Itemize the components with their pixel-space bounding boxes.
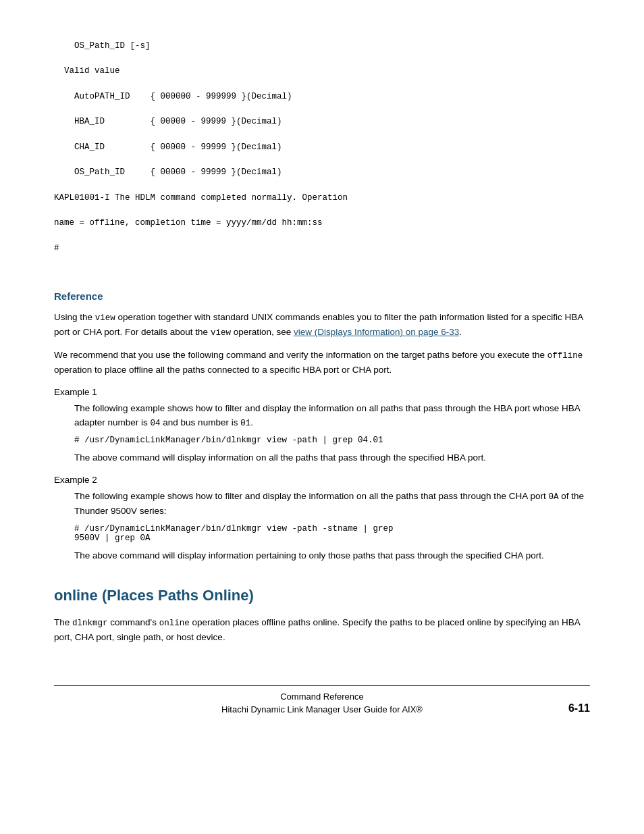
code-line-4: HBA_ID { 00000 - 99999 }(Decimal) [54,117,282,126]
ex1-code1: 04 [151,419,161,428]
example1-code-block: # /usr/DynamicLinkManager/bin/dlnkmgr vi… [74,436,590,445]
footer-bottom-text: Hitachi Dynamic Link Manager User Guide … [95,704,549,714]
footer: Command Reference Hitachi Dynamic Link M… [54,685,590,714]
online-p1-code2: online [159,619,190,628]
example2-content: The following example shows how to filte… [74,489,590,563]
code-line-6: OS_Path_ID { 00000 - 99999 }(Decimal) [54,167,282,177]
page: OS_Path_ID [-s] Valid value AutoPATH_ID … [0,0,644,834]
ref-p1-text3: operation, see [231,327,294,337]
ref-p1-text1: Using the [54,312,95,322]
footer-center-text: Command Reference Hitachi Dynamic Link M… [95,692,549,714]
online-section: online (Places Paths Online) The dlnkmgr… [54,587,590,645]
code-block-top: OS_Path_ID [-s] Valid value AutoPATH_ID … [54,20,590,274]
code-line-8: name = offline, completion time = yyyy/m… [54,218,323,228]
example1-text: The following example shows how to filte… [74,401,590,431]
code-line-5: CHA_ID { 00000 - 99999 }(Decimal) [54,142,282,152]
online-section-title: online (Places Paths Online) [54,587,590,604]
code-line-3: AutoPATH_ID { 000000 - 999999 }(Decimal) [54,92,292,101]
code-line-9: # [54,244,59,253]
reference-para2: We recommend that you use the following … [54,348,590,377]
code-line-1: OS_Path_ID [-s] [74,41,151,51]
ref-p1-code2: view [211,328,231,338]
ref-p2-end: operation to place offline all the paths… [54,365,392,375]
example1-heading: Example 1 [54,387,590,397]
ex1-code2: 01 [240,419,250,428]
example2-heading: Example 2 [54,475,590,485]
code-line-2: Valid value [54,66,120,76]
online-para1: The dlnkmgr command's online operation p… [54,615,590,645]
ex1-text2: and bus number is [161,417,241,427]
ex2-text1: The following example shows how to filte… [74,491,548,501]
ex2-code1: 0A [548,492,558,502]
ref-p1-code1: view [95,313,115,323]
footer-command-ref: Command Reference [95,692,549,702]
ref-p2-code: offline [547,351,583,361]
online-p1-text2: command's [108,617,159,627]
ref-p1-end: . [459,327,462,337]
ref-p2-text: We recommend that you use the following … [54,350,547,360]
footer-page-number: 6-11 [549,702,590,714]
online-p1-text1: The [54,617,72,627]
ex1-text3: . [250,417,253,427]
example2-after-code: The above command will display informati… [74,548,590,563]
example2-text: The following example shows how to filte… [74,489,590,519]
example1-content: The following example shows how to filte… [74,401,590,465]
example1-after-code: The above command will display informati… [74,450,590,465]
reference-para1: Using the view operation together with s… [54,310,590,340]
online-p1-code1: dlnkmgr [72,619,108,628]
reference-section: Reference Using the view operation toget… [54,290,590,563]
example2-code-block: # /usr/DynamicLinkManager/bin/dlnkmgr vi… [74,524,590,543]
reference-link[interactable]: view (Displays Information) on page 6-33 [294,327,459,337]
code-line-7: KAPL01001-I The HDLM command completed n… [54,193,348,203]
reference-heading: Reference [54,290,590,302]
